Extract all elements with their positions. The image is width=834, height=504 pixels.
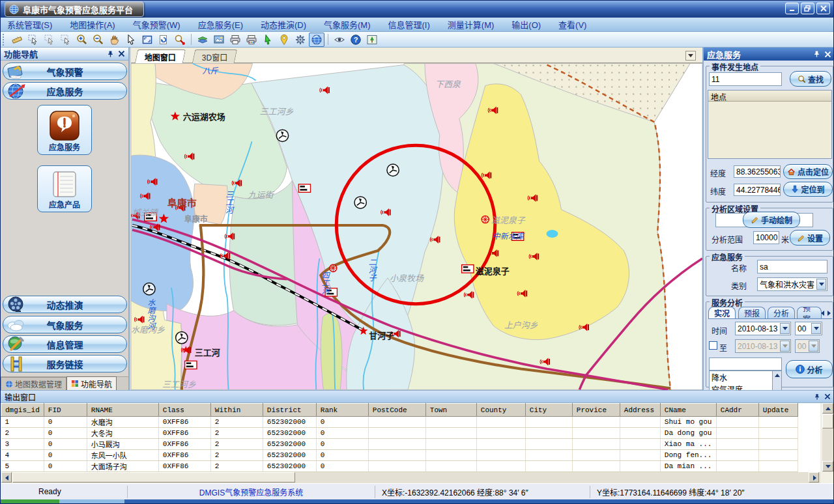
section-emergency-service[interactable]: 应急服务 bbox=[3, 82, 127, 100]
section-weather-service[interactable]: 气象服务 bbox=[3, 316, 127, 333]
tab-scroll-right-icon[interactable] bbox=[827, 311, 831, 316]
menu-emergency[interactable]: 应急服务(E) bbox=[198, 18, 243, 31]
identify-icon[interactable] bbox=[172, 33, 188, 47]
pointer-icon[interactable] bbox=[123, 33, 139, 47]
close-button[interactable] bbox=[816, 3, 830, 14]
section-info-management[interactable]: 信息管理 bbox=[3, 335, 127, 353]
tab-plan[interactable]: 预案 bbox=[797, 307, 822, 318]
select-icon[interactable] bbox=[25, 33, 41, 47]
menu-output[interactable]: 输出(O) bbox=[511, 18, 541, 31]
list-scrollbar[interactable] bbox=[772, 371, 781, 390]
emergency-service-button[interactable]: 应急服务 bbox=[37, 105, 92, 155]
menu-measure[interactable]: 测量计算(M) bbox=[448, 18, 495, 31]
to-checkbox[interactable] bbox=[709, 341, 717, 350]
hour2-select[interactable]: 00 bbox=[795, 339, 820, 353]
table-row[interactable]: 30小马厩沟0XFF8626523020000Xiao ma ... bbox=[1, 439, 798, 450]
menu-info[interactable]: 信息管理(I) bbox=[388, 18, 430, 31]
globe-tool-icon[interactable] bbox=[309, 33, 324, 47]
tab-function-nav[interactable]: 功能导航 bbox=[66, 376, 117, 390]
column-header[interactable]: Town bbox=[425, 404, 476, 417]
manual-draw-button[interactable]: 手动绘制 bbox=[743, 212, 800, 228]
pan-icon[interactable] bbox=[107, 33, 122, 47]
dropdown-button[interactable] bbox=[816, 279, 826, 290]
column-header[interactable]: Within bbox=[210, 404, 263, 417]
column-header[interactable]: County bbox=[476, 404, 525, 417]
column-header[interactable]: Class bbox=[158, 404, 210, 417]
dropdown-button[interactable] bbox=[780, 323, 790, 334]
help-icon[interactable]: ? bbox=[348, 33, 364, 47]
close-icon[interactable] bbox=[824, 51, 831, 58]
dropdown-button[interactable] bbox=[780, 341, 790, 352]
tab-3d-window[interactable]: 3D窗口 bbox=[192, 49, 238, 63]
table-row[interactable]: 10水磨沟0XFF8626523020000Shui mo gou bbox=[1, 417, 798, 428]
zoom-out-icon[interactable] bbox=[91, 33, 106, 47]
list-item[interactable]: 空气温度 bbox=[710, 384, 781, 390]
print-color-icon[interactable] bbox=[244, 33, 259, 47]
full-extent-icon[interactable] bbox=[139, 33, 155, 47]
type-select[interactable]: 气象和洪水灾害 bbox=[757, 277, 827, 291]
tab-live[interactable]: 实况 bbox=[708, 307, 736, 318]
location-list[interactable]: 地点 bbox=[708, 90, 832, 159]
set-button[interactable]: 设置 bbox=[790, 230, 830, 245]
print-icon[interactable] bbox=[227, 33, 243, 47]
select-features-icon[interactable] bbox=[42, 33, 57, 47]
range-input[interactable]: 10000 bbox=[753, 231, 779, 244]
column-header[interactable]: City bbox=[525, 404, 572, 417]
list-item[interactable]: 降水 bbox=[710, 371, 781, 384]
tab-scroll-left-icon[interactable] bbox=[821, 311, 824, 316]
column-header[interactable]: FID bbox=[44, 404, 87, 417]
zoom-in-icon[interactable] bbox=[74, 33, 90, 47]
dropdown-button[interactable] bbox=[809, 341, 818, 352]
column-header[interactable]: Rank bbox=[316, 404, 368, 417]
column-header[interactable]: Provice bbox=[572, 404, 620, 417]
tab-map-data-management[interactable]: 地图数据管理 bbox=[1, 377, 66, 390]
scene-icon[interactable] bbox=[364, 33, 380, 47]
pin-icon[interactable] bbox=[107, 50, 114, 58]
placemark-icon[interactable] bbox=[276, 33, 292, 47]
tab-forecast[interactable]: 预报 bbox=[738, 307, 766, 318]
latitude-input[interactable]: 44.22778446 bbox=[734, 184, 781, 196]
column-header[interactable]: CName bbox=[660, 404, 716, 417]
table-row[interactable]: 40东风一小队0XFF8626523020000Dong fen... bbox=[1, 450, 798, 461]
emergency-product-button[interactable]: 应急产品 bbox=[37, 165, 92, 212]
column-header[interactable]: Address bbox=[620, 404, 660, 417]
date-select[interactable]: 2010-08-13 bbox=[735, 322, 791, 335]
element-combo[interactable] bbox=[709, 357, 782, 371]
date2-select[interactable]: 2010-08-13 bbox=[735, 339, 791, 353]
tab-analysis[interactable]: 分析 bbox=[768, 307, 795, 318]
green-pointer-icon[interactable] bbox=[260, 33, 276, 47]
menu-dynamic[interactable]: 动态推演(D) bbox=[261, 18, 306, 31]
name-input[interactable]: sa bbox=[757, 260, 827, 273]
hour-select[interactable]: 00 bbox=[795, 322, 822, 335]
table-row[interactable]: 50大面场子沟0XFF8626523020000Da mian ... bbox=[1, 461, 798, 472]
dropdown-button[interactable] bbox=[811, 323, 821, 334]
refresh-icon[interactable] bbox=[156, 33, 171, 47]
section-weather-warning[interactable]: 气象预警 bbox=[3, 63, 127, 80]
restore-button[interactable] bbox=[801, 3, 814, 14]
location-search-input[interactable]: 11 bbox=[709, 72, 782, 86]
locate-to-button[interactable]: 定位到 bbox=[783, 182, 833, 197]
scroll-up-icon[interactable] bbox=[775, 374, 780, 377]
click-locate-button[interactable]: 点击定位 bbox=[783, 164, 833, 179]
measure-icon[interactable] bbox=[9, 33, 25, 47]
clear-selection-icon[interactable] bbox=[58, 33, 74, 47]
minimize-button[interactable] bbox=[785, 3, 799, 14]
section-service-links[interactable]: 服务链接 bbox=[3, 355, 127, 372]
layers-icon[interactable] bbox=[195, 33, 210, 47]
menu-map-ops[interactable]: 地图操作(A) bbox=[70, 18, 115, 31]
column-header[interactable]: Update bbox=[758, 404, 798, 417]
close-icon[interactable] bbox=[118, 50, 125, 57]
column-header[interactable]: District bbox=[263, 404, 316, 417]
longitude-input[interactable]: 88.36255063 bbox=[734, 165, 781, 178]
column-header[interactable]: RNAME bbox=[87, 404, 158, 417]
export-map-icon[interactable] bbox=[211, 33, 227, 47]
settings-gear-icon[interactable] bbox=[293, 33, 308, 47]
menu-weather-warning[interactable]: 气象预警(W) bbox=[133, 18, 180, 31]
find-button[interactable]: 查找 bbox=[790, 71, 831, 87]
column-header[interactable]: CAddr bbox=[716, 404, 758, 417]
visibility-icon[interactable] bbox=[332, 33, 347, 47]
section-dynamic-deduction[interactable]: 动态推演 bbox=[3, 296, 127, 313]
menu-weather-service[interactable]: 气象服务(M) bbox=[324, 18, 371, 31]
toolbar-grip[interactable] bbox=[3, 34, 5, 46]
tab-map-window[interactable]: 地图窗口 bbox=[135, 49, 186, 63]
